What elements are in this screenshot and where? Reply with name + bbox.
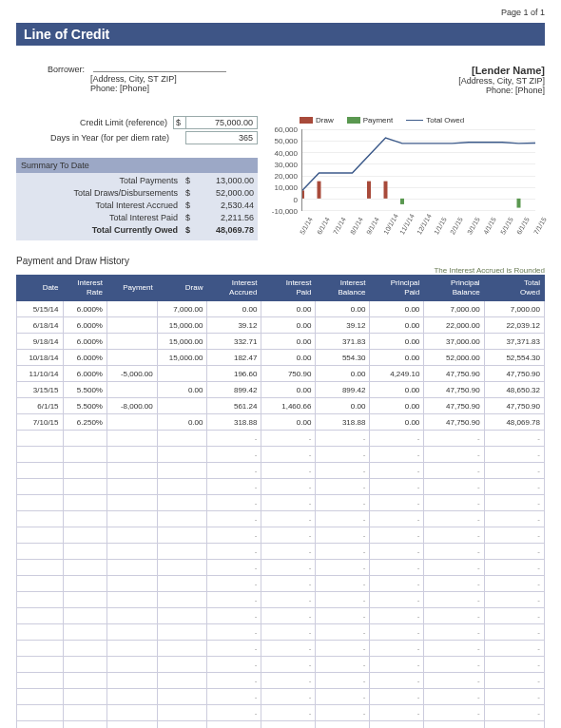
history-row-empty: ------: [17, 431, 545, 447]
history-row-empty: ------: [17, 544, 545, 560]
borrower-block: Borrower: [Address, City, ST ZIP] Phone:…: [16, 65, 226, 95]
history-row-empty: ------: [17, 463, 545, 479]
summary-heading: Summary To Date: [16, 158, 258, 173]
history-row-empty: ------: [17, 447, 545, 463]
summary-total: Total Currently Owed$48,069.78: [20, 224, 254, 237]
history-col-header: Payment: [106, 276, 157, 301]
history-row-empty: ------: [17, 657, 545, 673]
legend-draw-swatch: [300, 117, 313, 124]
history-row-empty: ------: [17, 721, 545, 729]
summary-row: Total Draws/Disbursements$52,000.00: [20, 187, 254, 200]
credit-limit-label: Credit Limit (reference): [16, 118, 173, 127]
history-row-empty: ------: [17, 511, 545, 527]
history-row-empty: ------: [17, 608, 545, 624]
legend-payment-label: Payment: [363, 116, 394, 125]
history-row: 11/10/146.000%-5,000.00196.60750.900.004…: [17, 366, 545, 382]
days-in-year-input[interactable]: 365: [185, 131, 258, 144]
svg-rect-1: [318, 182, 321, 199]
history-col-header: Draw: [157, 276, 207, 301]
history-note: The Interest Accrued is Rounded: [16, 266, 545, 275]
history-col-header: Date: [17, 276, 64, 301]
history-title: Payment and Draw History: [16, 256, 545, 266]
history-row-empty: ------: [17, 641, 545, 657]
history-row: 6/18/146.000%15,000.0039.120.0039.120.00…: [17, 317, 545, 334]
credit-limit-input[interactable]: 75,000.00: [185, 116, 258, 129]
history-row-empty: ------: [17, 576, 545, 592]
history-row-empty: ------: [17, 495, 545, 511]
days-in-year-label: Days in Year (for per diem rate): [16, 133, 175, 143]
svg-rect-4: [400, 199, 404, 204]
history-col-header: InterestPaid: [261, 276, 316, 301]
history-row-empty: ------: [17, 624, 545, 641]
legend-draw-label: Draw: [316, 116, 334, 125]
lender-phone: Phone: [Phone]: [458, 86, 545, 95]
summary-body: Total Payments$13,000.00Total Draws/Disb…: [16, 173, 258, 240]
history-row: 7/10/156.250%0.00318.880.00318.880.0047,…: [17, 414, 545, 431]
history-row-empty: ------: [17, 527, 545, 544]
history-table: DateInterestRatePaymentDrawInterestAccru…: [16, 275, 545, 728]
svg-rect-5: [517, 199, 521, 208]
history-row-empty: ------: [17, 592, 545, 608]
lender-name: [Lender Name]: [458, 65, 545, 76]
borrower-address: [Address, City, ST ZIP]: [90, 74, 177, 84]
history-row-empty: ------: [17, 689, 545, 705]
legend-payment-swatch: [347, 117, 360, 124]
history-col-header: TotalOwed: [484, 276, 544, 301]
legend-total-swatch: [406, 120, 423, 121]
lender-address: [Address, City, ST ZIP]: [458, 76, 545, 86]
page-title: Line of Credit: [16, 23, 545, 46]
svg-rect-2: [367, 182, 371, 199]
summary-row: Total Interest Accrued$2,530.44: [20, 200, 254, 212]
history-row: 3/15/155.500%0.00899.420.00899.420.0047,…: [17, 382, 545, 398]
history-row-empty: ------: [17, 705, 545, 721]
history-col-header: PrincipalPaid: [370, 276, 424, 301]
history-col-header: InterestBalance: [316, 276, 370, 301]
history-col-header: InterestRate: [63, 276, 106, 301]
legend-total-label: Total Owed: [426, 116, 464, 125]
history-row-empty: ------: [17, 479, 545, 495]
history-col-header: PrincipalBalance: [424, 276, 484, 301]
history-row-empty: ------: [17, 673, 545, 689]
chart: Draw Payment Total Owed -10,000010,00020…: [271, 116, 539, 234]
history-row-empty: ------: [17, 560, 545, 576]
history-row: 5/15/146.000%7,000.000.000.000.000.007,0…: [17, 301, 545, 317]
history-col-header: InterestAccrued: [207, 276, 261, 301]
page-indicator: Page 1 of 1: [16, 8, 545, 17]
borrower-label: Borrower:: [16, 65, 90, 74]
summary-row: Total Interest Paid$2,211.56: [20, 212, 254, 224]
svg-rect-3: [384, 182, 388, 199]
lender-block: [Lender Name] [Address, City, ST ZIP] Ph…: [458, 65, 545, 95]
history-row: 6/1/155.500%-8,000.00561.241,460.660.000…: [17, 398, 545, 414]
history-row: 9/18/146.000%15,000.00332.710.00371.830.…: [17, 334, 545, 350]
history-row: 10/18/146.000%15,000.00182.470.00554.300…: [17, 350, 545, 366]
credit-limit-currency: $: [173, 116, 185, 129]
svg-rect-0: [302, 190, 304, 199]
borrower-phone: Phone: [Phone]: [90, 84, 149, 93]
summary-row: Total Payments$13,000.00: [20, 175, 254, 187]
